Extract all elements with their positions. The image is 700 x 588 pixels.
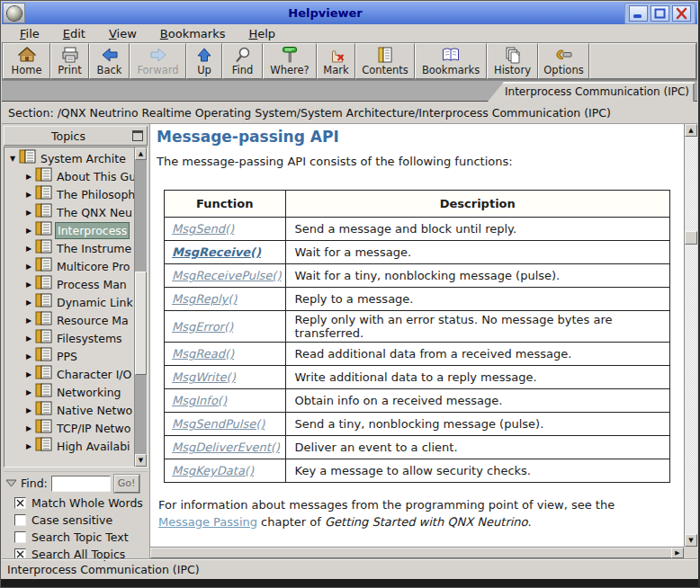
menu-file[interactable]: File	[20, 27, 40, 40]
tree-scroll-down-button[interactable]: ▼	[135, 454, 147, 467]
expand-arrow-icon[interactable]: ▶	[24, 209, 33, 217]
vertical-scroll-track[interactable]	[685, 137, 697, 534]
msgwrite-link[interactable]: MsgWrite()	[172, 370, 236, 384]
mark-button[interactable]: Mark	[317, 43, 355, 79]
expand-arrow-icon[interactable]: ▶	[24, 370, 33, 379]
find-go-button[interactable]: Go!	[114, 475, 139, 493]
maximize-button[interactable]	[651, 5, 669, 22]
expand-arrow-icon[interactable]: ▶	[24, 316, 33, 325]
tree-item-about-this-gu[interactable]: ▶About This Gu	[4, 167, 134, 185]
scroll-down-button[interactable]: ▼	[685, 534, 697, 547]
msgkeydata-link[interactable]: MsgKeyData()	[172, 464, 254, 477]
unchecked-checkbox-icon[interactable]	[14, 514, 26, 526]
checkbox-match-whole-words[interactable]: Match Whole Words	[4, 494, 149, 512]
unchecked-checkbox-icon[interactable]	[14, 531, 26, 543]
tree-item-high-availabi[interactable]: ▶High Availabi	[4, 437, 134, 455]
scroll-right-button[interactable]: ▶	[671, 548, 684, 558]
contents-button[interactable]: Contents	[355, 43, 415, 79]
vertical-scroll-thumb[interactable]	[685, 231, 697, 245]
msgdeliverevent-link[interactable]: MsgDeliverEvent()	[172, 441, 280, 454]
horizontal-scrollbar[interactable]: ◀ ▶	[150, 547, 684, 558]
tree-item-process-man[interactable]: ▶Process Man	[4, 275, 134, 293]
expand-arrow-icon[interactable]: ▶	[24, 352, 33, 361]
msgreply-link[interactable]: MsgReply()	[172, 292, 237, 306]
expand-arrow-icon[interactable]: ▶	[24, 173, 33, 181]
where-button[interactable]: Where?	[263, 43, 317, 79]
expand-arrow-icon[interactable]: ▶	[24, 442, 33, 450]
message-passing-link[interactable]: Message Passing	[158, 515, 257, 529]
menu-bookmarks[interactable]: Bookmarks	[160, 27, 226, 40]
qnx-globe-icon[interactable]	[3, 3, 25, 23]
collapse-find-icon[interactable]	[5, 479, 17, 487]
toolbar-button-label: Contents	[362, 65, 408, 76]
vertical-scrollbar[interactable]: ▲ ▼	[684, 124, 697, 547]
msgsendpulse-link[interactable]: MsgSendPulse()	[172, 417, 265, 431]
detach-panel-button[interactable]	[132, 130, 143, 141]
tree-item-tcp-ip-netwo[interactable]: ▶TCP/IP Netwo	[4, 419, 134, 437]
options-icon	[554, 46, 574, 65]
find-button[interactable]: Find	[222, 43, 263, 79]
expand-arrow-icon[interactable]: ▶	[24, 388, 33, 396]
bookmarks-button[interactable]: Bookmarks	[415, 43, 487, 79]
tree-scrollbar[interactable]: ▲ ▼	[134, 147, 147, 467]
tree-item-multicore-pro[interactable]: ▶Multicore Pro	[4, 257, 134, 275]
msgsend-link[interactable]: MsgSend()	[172, 222, 234, 236]
window-title: Helpviewer	[26, 6, 624, 20]
tab-interprocess-communication[interactable]: Interprocess Communication (IPC)	[488, 82, 695, 102]
tree-item-pps[interactable]: ▶PPS	[4, 347, 134, 365]
tree-item-native-netwo[interactable]: ▶Native Netwo	[4, 401, 134, 419]
expand-arrow-icon[interactable]: ▶	[24, 298, 33, 307]
close-button[interactable]	[672, 5, 691, 22]
home-button[interactable]: Home	[3, 43, 50, 79]
topics-tree: ▼System Archite▶About This Gu▶The Philos…	[4, 147, 134, 467]
print-button[interactable]: Print	[50, 43, 89, 79]
tree-item-the-qnx-neu[interactable]: ▶The QNX Neu	[4, 203, 134, 221]
horizontal-scroll-thumb[interactable]	[150, 548, 684, 558]
up-button[interactable]: Up	[186, 43, 222, 79]
back-button[interactable]: Back	[89, 43, 130, 79]
scroll-up-button[interactable]: ▲	[685, 124, 697, 137]
history-button[interactable]: History	[487, 43, 538, 79]
tree-item-interprocess[interactable]: ▶Interprocess	[4, 221, 134, 239]
tree-item-resource-ma[interactable]: ▶Resource Ma	[4, 311, 134, 329]
expand-arrow-icon[interactable]: ▶	[24, 191, 33, 199]
msginfo-link[interactable]: MsgInfo()	[172, 394, 227, 407]
checked-checkbox-icon[interactable]	[14, 497, 26, 509]
expand-arrow-icon[interactable]: ▶	[24, 227, 33, 235]
book-icon	[35, 365, 52, 383]
menu-view[interactable]: View	[109, 27, 137, 40]
collapse-arrow-icon[interactable]: ▼	[8, 155, 17, 163]
tree-item-networking[interactable]: ▶Networking	[4, 383, 134, 401]
msgerror-link[interactable]: MsgError()	[172, 320, 233, 334]
options-button[interactable]: Options	[538, 43, 589, 79]
expand-arrow-icon[interactable]: ▶	[24, 281, 33, 289]
minimize-button[interactable]	[629, 5, 648, 22]
menu-help[interactable]: Help	[248, 27, 275, 40]
expand-arrow-icon[interactable]: ▶	[24, 263, 33, 271]
description-cell: Send a message and block until reply.	[285, 218, 669, 241]
book-title: Getting Started with QNX Neutrino	[325, 515, 528, 529]
checkbox-search-topic-text[interactable]: Search Topic Text	[4, 529, 149, 546]
expand-arrow-icon[interactable]: ▶	[24, 424, 33, 432]
tree-item-the-philosoph[interactable]: ▶The Philosoph	[4, 185, 134, 203]
tree-item-system-archite[interactable]: ▼System Archite	[4, 149, 134, 167]
tree-item-character-i-o[interactable]: ▶Character I/O	[4, 365, 134, 383]
find-input[interactable]	[51, 476, 111, 492]
book-icon	[35, 419, 52, 437]
msgreceive-link[interactable]: MsgReceive()	[172, 245, 261, 259]
tree-item-label: The QNX Neu	[55, 205, 134, 220]
msgread-link[interactable]: MsgRead()	[172, 347, 234, 361]
expand-arrow-icon[interactable]: ▶	[24, 245, 33, 253]
tree-scroll-up-button[interactable]: ▲	[135, 147, 147, 160]
msgreceivepulse-link[interactable]: MsgReceivePulse()	[172, 269, 282, 282]
tree-scroll-thumb[interactable]	[135, 272, 147, 375]
expand-arrow-icon[interactable]: ▶	[24, 406, 33, 414]
forward-button[interactable]: Forward	[130, 43, 186, 79]
tree-item-filesystems[interactable]: ▶Filesystems	[4, 329, 134, 347]
checkbox-case-sensitive[interactable]: Case sensitive	[4, 512, 149, 529]
tree-item-dynamic-link[interactable]: ▶Dynamic Link	[4, 293, 134, 311]
expand-arrow-icon[interactable]: ▶	[24, 334, 33, 343]
menu-edit[interactable]: Edit	[63, 27, 85, 40]
tree-item-the-instrume[interactable]: ▶The Instrume	[4, 239, 134, 257]
print-icon	[60, 46, 80, 65]
